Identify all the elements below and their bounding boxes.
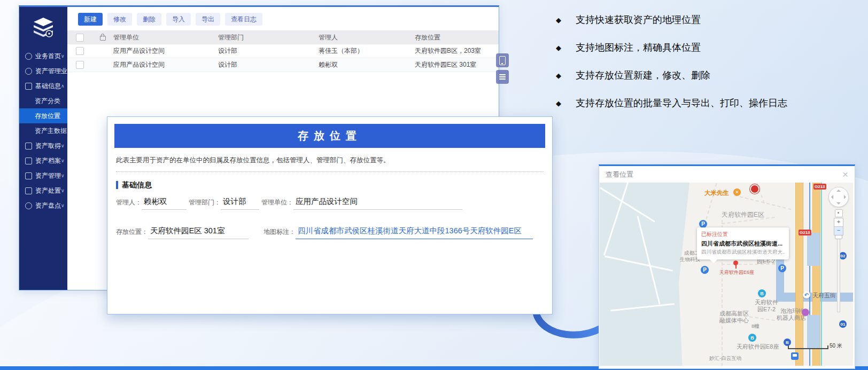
zoom-slider-track[interactable] [837, 237, 840, 312]
feature-item: ◆ 支持快速获取资产的地理位置 [556, 13, 861, 27]
sidebar-item-asset-manage[interactable]: 资产管理 ∨ [19, 168, 67, 183]
cell-dept: 设计部 [218, 46, 319, 56]
delete-button[interactable]: 删除 [137, 13, 161, 26]
unit-value[interactable]: 应用产品设计空间 [293, 196, 462, 210]
feature-item: ◆ 支持存放位置的批量导入与导出、打印、操作日志 [556, 96, 861, 111]
field-manager: 管理人： 赖彬双 [116, 196, 187, 210]
chevron-up-icon: ∧ [61, 83, 65, 89]
sidebar-subitem-label: 存放位置 [35, 112, 60, 121]
field-label: 管理单位： [261, 198, 293, 210]
asset-dispose-icon [25, 187, 32, 194]
feature-text: 支持存放位置新建，修改、删除 [576, 68, 710, 83]
map-scale-label: 50 米 [830, 342, 842, 350]
sidebar-item-asset-master-data[interactable]: 资产主数据 [19, 123, 67, 138]
infowindow-tag: 已标注位置 [701, 231, 785, 238]
col-header-location: 存放位置 [415, 33, 499, 42]
feature-item: ◆ 支持地图标注，精确具体位置 [556, 41, 861, 55]
sidebar-item-label: 资产档案 [35, 156, 61, 166]
map-locate-button[interactable] [835, 209, 843, 217]
road-number-badge: G213 [799, 230, 811, 235]
list-toolbar: 新建 修改 删除 导入 导出 查看日志 [67, 7, 499, 30]
building-icon: B [758, 289, 766, 297]
zoom-out-button[interactable]: − [834, 226, 843, 235]
sidebar-item-label: 资产盘点 [35, 201, 61, 210]
feature-list: ◆ 支持快速获取资产的地理位置 ◆ 支持地图标注，精确具体位置 ◆ 支持存放位置… [556, 13, 861, 124]
close-icon[interactable]: × [842, 169, 848, 179]
zoom-slider-handle[interactable] [835, 235, 842, 239]
nav-sidebar: 业务首页 ∨ 资产管理业... 基础信息 ∧ 资产分类 存放位置 资产主数据 [19, 7, 67, 290]
manager-value[interactable]: 赖彬双 [142, 196, 187, 210]
chevron-down-icon: ∨ [61, 203, 65, 208]
zoom-in-button[interactable]: + [834, 218, 843, 227]
location-pin-icon [733, 261, 738, 265]
map-label-e7: 园E7-2 [757, 305, 776, 313]
row-checkbox[interactable] [76, 47, 84, 55]
map-label-e8-block: 天府软件园E8座 [737, 343, 779, 351]
map-label-street: 天府五街 [812, 292, 836, 300]
sidebar-item-label: 资产取得 [35, 141, 61, 151]
export-button[interactable]: 导出 [196, 13, 220, 26]
cell-manager: 赖彬双 [319, 60, 415, 69]
restaurant-brand-icon [750, 184, 759, 194]
cell-unit: 应用产品设计空间 [113, 46, 218, 56]
diamond-bullet-icon: ◆ [556, 96, 561, 111]
metro-icon [791, 352, 799, 360]
storage-location-detail-modal: 存放位置 此表主要用于资产的在单位中的归属及存放位置信息，包括管理人、管理部门、… [107, 116, 553, 314]
map-label-restaurant: 大米先生 [704, 189, 729, 197]
table-row[interactable]: 应用产品设计空间 设计部 蒋佳玉（本部） 天府软件园B区，203室 [67, 44, 499, 58]
edit-button[interactable]: 修改 [107, 13, 132, 26]
map-label-park-e: 天府软件园E区 [722, 210, 764, 219]
map-label-miaohui: 妙汇-白云互动 [709, 355, 741, 362]
cell-dept: 设计部 [218, 60, 319, 69]
map-road [734, 195, 791, 210]
location-value[interactable]: 天府软件园E区 301室 [148, 226, 249, 239]
base-info-form: 管理人： 赖彬双 管理部门： 设计部 管理单位： 应用产品设计空间 存放位置： … [116, 196, 544, 255]
map-dialog-header: 查看位置 × [599, 166, 855, 183]
sidebar-item-storage-location[interactable]: 存放位置 [19, 108, 67, 123]
sidebar-subitem-label: 资产分类 [35, 97, 60, 106]
asset-archive-icon [25, 158, 32, 164]
sidebar-item-asset-inventory[interactable]: 资产盘点 ∨ [19, 198, 67, 213]
sidebar-item-label: 资产管理 [35, 171, 61, 180]
sidebar-item-asset-business[interactable]: 资产管理业... [19, 64, 67, 78]
cell-location: 天府软件园B区，203室 [415, 46, 499, 56]
slide-canvas: 业务首页 ∨ 资产管理业... 基础信息 ∧ 资产分类 存放位置 资产主数据 [0, 0, 868, 370]
street-arrow-icon: ↶ [803, 291, 810, 298]
sidebar-item-business-home[interactable]: 业务首页 ∨ [19, 49, 67, 64]
table-row[interactable]: 应用产品设计空间 设计部 赖彬双 天府软件园E区 301室 [67, 58, 499, 72]
map-pan-control[interactable] [828, 187, 849, 207]
view-log-button[interactable]: 查看日志 [225, 13, 262, 26]
field-unit: 管理单位： 应用产品设计空间 [261, 196, 462, 210]
mobile-view-button[interactable] [496, 53, 509, 67]
cell-location: 天府软件园E区 301室 [415, 60, 499, 69]
building-icon: B [748, 334, 756, 342]
new-button[interactable]: 新建 [78, 13, 103, 26]
import-button[interactable]: 导入 [166, 13, 191, 26]
chevron-down-icon: ∨ [61, 143, 65, 148]
map-canvas[interactable]: G213 G213 大米先生 ✕ 天府软件园E区 P 成都二- 生物科技 园E6… [600, 183, 853, 366]
field-dept: 管理部门： 设计部 [189, 196, 259, 210]
list-view-button[interactable] [496, 70, 509, 84]
road-number-badge: G213 [813, 184, 826, 190]
sidebar-item-base-info[interactable]: 基础信息 ∧ [19, 78, 67, 93]
sidebar-item-asset-dispose[interactable]: 资产处置 ∨ [19, 183, 67, 198]
select-all-checkbox[interactable] [76, 34, 84, 42]
base-info-icon [25, 83, 32, 90]
sidebar-item-asset-archive[interactable]: 资产档案 ∨ [19, 153, 67, 168]
sidebar-item-asset-category[interactable]: 资产分类 [19, 93, 67, 108]
food-icon: ✕ [733, 188, 741, 196]
dept-value[interactable]: 设计部 [221, 196, 259, 210]
map-label-e6-block: 天府软件园E6座 [719, 269, 754, 276]
col-header-unit: 管理单位 [113, 33, 218, 42]
field-label: 存放位置： [116, 227, 148, 239]
home-icon [25, 53, 32, 60]
feature-text: 支持地图标注，精确具体位置 [576, 41, 701, 55]
row-checkbox[interactable] [76, 61, 84, 69]
station-icon: B [784, 338, 791, 346]
asset-inventory-icon [25, 202, 32, 209]
sidebar-item-asset-acquire[interactable]: 资产取得 ∨ [19, 138, 67, 153]
feature-item: ◆ 支持存放位置新建，修改、删除 [556, 68, 861, 83]
map-water-area [600, 183, 689, 366]
map-annotation-link[interactable]: 四川省成都市武侯区桂溪街道天府大道中段1366号天府软件园E区 [296, 226, 533, 239]
sidebar-item-label: 业务首页 [35, 52, 61, 61]
